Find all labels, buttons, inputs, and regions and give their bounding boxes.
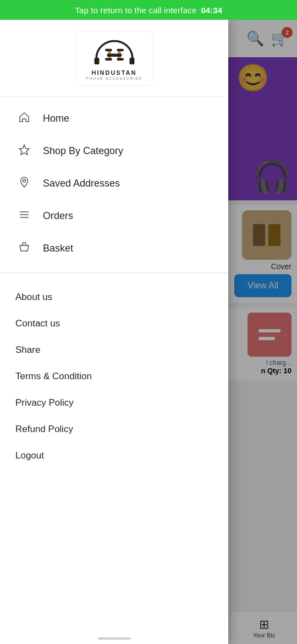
- basket-icon: [15, 241, 33, 256]
- link-privacy[interactable]: Privacy Policy: [15, 390, 213, 416]
- logo-brand: HINDUSTAN: [92, 69, 137, 76]
- page-wrapper: 🔍 🛒 2 EASON S PREMIUM UP TO 50% OFF 😊 🎧: [0, 20, 297, 644]
- nav-label-shop: Shop By Category: [43, 145, 123, 157]
- nav-item-addresses[interactable]: Saved Addresses: [0, 167, 228, 200]
- drawer-logo-area: HINDUSTAN PHONE ACCESSORIES: [0, 20, 228, 97]
- link-contact-us[interactable]: Contact us: [15, 310, 213, 337]
- status-bar-time: 04:34: [201, 6, 222, 15]
- logo-svg: [92, 36, 136, 67]
- svg-rect-14: [117, 58, 123, 60]
- drawer-links: About us Contact us Share Terms & Condit…: [0, 275, 228, 474]
- logo-sub: PHONE ACCESSORIES: [86, 77, 142, 80]
- link-about-us[interactable]: About us: [15, 284, 213, 310]
- link-terms[interactable]: Terms & Condition: [15, 363, 213, 390]
- nav-item-home[interactable]: Home: [0, 102, 228, 135]
- svg-rect-6: [94, 57, 99, 64]
- svg-rect-11: [105, 48, 112, 51]
- drawer-divider: [0, 272, 228, 273]
- status-bar: Tap to return to the call interface 04:3…: [0, 0, 297, 20]
- nav-label-home: Home: [43, 113, 69, 124]
- nav-item-shop[interactable]: Shop By Category: [0, 135, 228, 167]
- nav-label-addresses: Saved Addresses: [43, 178, 120, 189]
- svg-marker-15: [19, 145, 29, 155]
- link-refund[interactable]: Refund Policy: [15, 416, 213, 443]
- logo-box: HINDUSTAN PHONE ACCESSORIES: [76, 31, 153, 86]
- status-bar-tap-text[interactable]: Tap to return to the call interface: [75, 6, 196, 15]
- svg-point-16: [23, 179, 26, 182]
- nav-item-orders[interactable]: Orders: [0, 200, 228, 232]
- drawer-nav: Home Shop By Category S: [0, 97, 228, 270]
- svg-rect-7: [129, 57, 134, 64]
- drawer: HINDUSTAN PHONE ACCESSORIES Home: [0, 20, 228, 644]
- star-icon: [15, 144, 33, 159]
- svg-rect-13: [117, 48, 123, 51]
- svg-rect-12: [105, 58, 112, 60]
- nav-label-basket: Basket: [43, 243, 73, 254]
- nav-item-basket[interactable]: Basket: [0, 232, 228, 265]
- link-logout[interactable]: Logout: [15, 443, 213, 469]
- scroll-indicator: [98, 637, 131, 640]
- logo-icon-area: [92, 36, 136, 67]
- svg-rect-10: [107, 53, 122, 56]
- nav-label-orders: Orders: [43, 210, 73, 222]
- link-share[interactable]: Share: [15, 337, 213, 363]
- orders-icon: [15, 209, 33, 223]
- home-icon: [15, 111, 33, 126]
- address-icon: [15, 176, 33, 191]
